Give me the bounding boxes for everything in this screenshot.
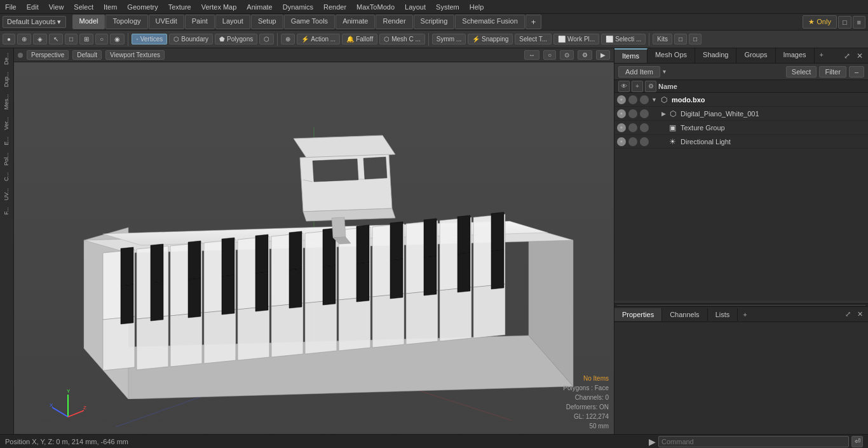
add-item-chevron[interactable]: ▾ — [663, 68, 666, 75]
sidebar-c[interactable]: C... — [1, 169, 13, 184]
panel-tab-meshops[interactable]: Mesh Ops — [648, 48, 695, 63]
tab-uvedit[interactable]: UVEdit — [149, 15, 184, 29]
items-collapse-btn[interactable]: – — [849, 66, 864, 78]
menu-animate[interactable]: Animate — [241, 2, 277, 12]
menu-geometry[interactable]: Geometry — [122, 2, 163, 12]
move-btn[interactable]: ⊕ — [281, 34, 295, 44]
eye2-texture[interactable] — [628, 123, 637, 132]
action-btn[interactable]: ⚡ Action ... — [297, 34, 340, 44]
tab-animate[interactable]: Animate — [336, 15, 375, 29]
eye-modo[interactable]: ● — [617, 95, 626, 104]
selectt-btn[interactable]: Select T... — [515, 34, 552, 44]
selecti-btn[interactable]: ⬜ Selecti ... — [601, 34, 646, 44]
tab-add[interactable]: + — [526, 15, 542, 29]
snapping-btn[interactable]: ⚡ Snapping — [468, 34, 513, 44]
plus-header-btn[interactable]: + — [632, 81, 643, 92]
layout-dropdown[interactable]: Default Layouts ▾ — [3, 16, 66, 28]
arrow-modo[interactable]: ▼ — [651, 97, 657, 103]
panel-tab-images[interactable]: Images — [776, 48, 815, 63]
tab-model[interactable]: Model — [72, 15, 105, 29]
meshc-btn[interactable]: ⬡ Mesh C ... — [379, 34, 425, 44]
panel-tab-shading[interactable]: Shading — [695, 48, 736, 63]
vp-icon4[interactable]: ⚙ — [578, 50, 592, 60]
vertices-btn[interactable]: ◦ Vertices — [132, 34, 167, 44]
sidebar-uv[interactable]: UV... — [1, 185, 13, 203]
tab-render[interactable]: Render — [376, 15, 412, 29]
layout-icon1[interactable]: □ — [838, 16, 851, 29]
command-prompt[interactable]: ▶ — [649, 437, 656, 447]
eye-texture[interactable]: ● — [617, 123, 626, 132]
menu-layout[interactable]: Layout — [400, 2, 431, 12]
menu-vertexmap[interactable]: Vertex Map — [196, 2, 242, 12]
command-input[interactable] — [658, 436, 849, 447]
symm-btn[interactable]: Symm ... — [432, 34, 466, 44]
viewport-perspective[interactable]: Perspective — [27, 50, 69, 60]
tool-snap2[interactable]: ⊞ — [79, 34, 93, 44]
tab-schematicfusion[interactable]: Schematic Fusion — [455, 15, 524, 29]
scene-item-modo[interactable]: ● ▼ ⬡ modo.bxo — [614, 93, 868, 107]
mesh-btn[interactable]: ⬡ — [259, 34, 274, 44]
settings-header-btn[interactable]: ⚙ — [645, 81, 656, 92]
eye2-modo[interactable] — [628, 95, 637, 104]
scene-item-piano[interactable]: ● ▶ ⬡ Digital_Piano_White_001 — [614, 107, 868, 121]
menu-view[interactable]: View — [44, 2, 69, 12]
vp-icon1[interactable]: ↔ — [524, 50, 539, 60]
eye-header-btn[interactable]: 👁 — [618, 81, 630, 92]
tab-scripting[interactable]: Scripting — [414, 15, 455, 29]
menu-select[interactable]: Select — [69, 2, 98, 12]
menu-dynamics[interactable]: Dynamics — [278, 2, 318, 12]
tab-paint[interactable]: Paint — [185, 15, 215, 29]
tool-lasso[interactable]: ◈ — [33, 34, 47, 44]
scene-items-list[interactable]: ● ▼ ⬡ modo.bxo ● ▶ ⬡ Digital_Piano_White… — [614, 93, 868, 301]
tool-fill[interactable]: ◉ — [110, 34, 125, 44]
tool-arrow[interactable]: ↖ — [49, 34, 63, 44]
prop-tab-channels[interactable]: Channels — [662, 308, 707, 321]
sidebar-pol[interactable]: Pol... — [1, 149, 13, 169]
eye3-modo[interactable] — [640, 95, 649, 104]
viewport-default[interactable]: Default — [72, 50, 102, 60]
eye-light[interactable]: ● — [617, 137, 626, 146]
boundary-btn[interactable]: ⬡ Boundary — [169, 34, 213, 44]
scene-item-texture[interactable]: ● ▣ Texture Group — [614, 121, 868, 135]
prop-expand-icon[interactable]: ⤢ — [843, 309, 853, 320]
eye3-light[interactable] — [640, 137, 649, 146]
menu-item[interactable]: Item — [98, 2, 122, 12]
menu-file[interactable]: File — [0, 2, 22, 12]
prop-tab-add[interactable]: + — [738, 308, 752, 321]
viewport-dot[interactable] — [18, 53, 23, 58]
tab-layout[interactable]: Layout — [215, 15, 250, 29]
eye2-piano[interactable] — [628, 109, 637, 118]
kits-btn[interactable]: Kits — [653, 34, 672, 44]
sidebar-de[interactable]: De... — [1, 50, 13, 68]
arrow-piano[interactable]: ▶ — [661, 111, 666, 117]
prop-tab-lists[interactable]: Lists — [708, 308, 738, 321]
eye-piano[interactable]: ● — [617, 109, 626, 118]
tool-dot[interactable]: ● — [3, 34, 15, 44]
sidebar-dup[interactable]: Dup... — [1, 69, 13, 90]
tab-topology[interactable]: Topology — [105, 15, 147, 29]
command-submit-btn[interactable]: ⏎ — [851, 436, 863, 447]
tool-circle[interactable]: ○ — [95, 34, 108, 44]
prop-settings-icon[interactable]: ✕ — [855, 309, 865, 320]
vp-icon2[interactable]: ○ — [543, 50, 556, 60]
vp-icon3[interactable]: ⊙ — [560, 50, 574, 60]
add-item-button[interactable]: Add Item — [618, 66, 660, 78]
menu-texture[interactable]: Texture — [163, 2, 196, 12]
star-only-btn[interactable]: ★ Only — [803, 15, 837, 29]
layout-icon2[interactable]: ≡ — [853, 16, 865, 29]
eye3-piano[interactable] — [640, 109, 649, 118]
panel-tab-groups[interactable]: Groups — [736, 48, 775, 63]
tab-gametools[interactable]: Game Tools — [284, 15, 336, 29]
scene-item-light[interactable]: ● ☀ Directional Light — [614, 135, 868, 149]
vp-icon5[interactable]: ▶ — [596, 50, 610, 60]
menu-edit[interactable]: Edit — [22, 2, 44, 12]
workpl-btn[interactable]: ⬜ Work Pl... — [553, 34, 599, 44]
tab-setup[interactable]: Setup — [251, 15, 283, 29]
viewport-textures[interactable]: Viewport Textures — [105, 50, 165, 60]
panel-settings-icon[interactable]: ✕ — [854, 50, 865, 62]
prop-tab-properties[interactable]: Properties — [614, 308, 662, 321]
menu-help[interactable]: Help — [465, 2, 489, 12]
panel-tab-items[interactable]: Items — [614, 48, 648, 63]
eye3-texture[interactable] — [640, 123, 649, 132]
viewport[interactable]: Perspective Default Viewport Textures ↔ … — [14, 48, 614, 434]
